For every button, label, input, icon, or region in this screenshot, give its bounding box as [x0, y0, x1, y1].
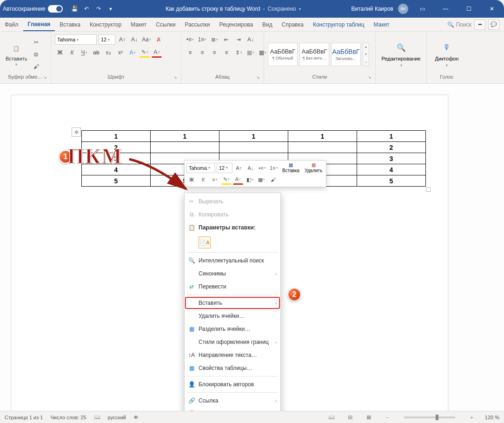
save-icon[interactable]: 💾 [70, 5, 79, 13]
highlight-icon[interactable]: ✎▾ [139, 47, 150, 58]
status-page[interactable]: Страница 1 из 1 [5, 415, 43, 420]
align-center-icon[interactable]: ≡ [197, 47, 207, 58]
tab-view[interactable]: Вид [258, 19, 277, 31]
ctx-cut[interactable]: ✂Вырезать [185, 195, 280, 208]
mini-font-size[interactable]: 12▾ [217, 163, 232, 173]
chevron-down-icon[interactable]: ▾ [446, 63, 448, 67]
clear-formatting-icon[interactable]: A̷ [153, 34, 164, 45]
justify-icon[interactable]: ≡ [221, 47, 232, 58]
increase-indent-icon[interactable]: ⇥ [233, 34, 244, 45]
maximize-icon[interactable]: ☐ [459, 2, 478, 16]
mini-font-family[interactable]: Tahoma▾ [186, 163, 215, 173]
bullets-icon[interactable]: •≡▾ [185, 34, 195, 45]
ctx-block-authors[interactable]: 👤Блокировать авторов [185, 378, 280, 391]
comments-button[interactable]: 💬 [488, 20, 499, 30]
tab-help[interactable]: Справка [277, 19, 308, 31]
autosave-toggle[interactable]: Автосохранение [3, 5, 63, 13]
tab-review[interactable]: Рецензирова [214, 19, 258, 31]
style-heading1[interactable]: АаБбВвГЗаголово… [331, 43, 361, 66]
align-left-icon[interactable]: ≡ [185, 47, 195, 58]
table-resize-handle-icon[interactable] [426, 187, 431, 192]
change-case-icon[interactable]: Aa▾ [141, 34, 152, 45]
tab-references[interactable]: Ссылки [151, 19, 180, 31]
microphone-icon[interactable]: 🎙 [440, 41, 453, 54]
tab-insert[interactable]: Вставка [55, 19, 85, 31]
shading-icon[interactable]: ▦▾ [245, 47, 256, 58]
align-icon[interactable]: ≡▾ [210, 175, 220, 185]
zoom-out-icon[interactable]: − [382, 413, 392, 422]
dialog-launcher-icon[interactable]: ↘ [173, 75, 177, 80]
ctx-copy[interactable]: ⧉Копировать [185, 208, 280, 221]
spellcheck-icon[interactable]: 📖 [94, 414, 100, 420]
editing-label[interactable]: Редактирование [382, 56, 421, 61]
ctx-translate[interactable]: ⇄Перевести [185, 280, 280, 293]
zoom-slider[interactable] [404, 416, 455, 418]
bold-icon[interactable]: Ж [186, 175, 197, 185]
dialog-launcher-icon[interactable]: ↘ [256, 75, 260, 80]
font-family-select[interactable]: Tahoma▾ [55, 34, 97, 45]
ctx-split-cells[interactable]: ▦Разделить ячейки… [185, 322, 280, 336]
tab-design[interactable]: Конструктор [85, 19, 126, 31]
share-button[interactable]: ➦ [474, 20, 485, 30]
status-word-count[interactable]: Число слов: 25 [50, 415, 86, 420]
font-color-icon[interactable]: A▾ [233, 175, 243, 185]
grow-font-icon[interactable]: A↑ [117, 34, 127, 45]
print-layout-icon[interactable]: ▤ [345, 413, 355, 422]
ctx-link[interactable]: 🔗Ссылка› [185, 394, 280, 407]
minimize-icon[interactable]: — [436, 2, 455, 16]
search-icon[interactable]: 🔍 [395, 41, 408, 54]
zoom-level[interactable]: 120 % [485, 415, 499, 420]
dialog-launcher-icon[interactable]: ↘ [368, 75, 371, 80]
italic-icon[interactable]: К [67, 47, 77, 58]
paste-keep-text-icon[interactable]: 📄A [199, 236, 211, 248]
text-effects-icon[interactable]: A▾ [127, 47, 138, 58]
underline-icon[interactable]: Ч▾ [79, 47, 89, 58]
web-layout-icon[interactable]: ▦ [364, 413, 374, 422]
user-avatar[interactable]: ВК [398, 4, 408, 14]
zoom-in-icon[interactable]: + [467, 413, 477, 422]
multilevel-list-icon[interactable]: ≣▾ [209, 34, 219, 45]
tab-table-layout[interactable]: Макет [369, 19, 394, 31]
italic-icon[interactable]: К [198, 175, 208, 185]
shading-icon[interactable]: ◧▾ [245, 175, 255, 185]
grow-font-icon[interactable]: A↑ [234, 163, 244, 173]
subscript-icon[interactable]: x₂ [103, 47, 113, 58]
mini-insert-button[interactable]: ▦ Вставка [280, 162, 301, 173]
table-move-handle-icon[interactable]: ✥ [72, 128, 81, 137]
ctx-synonyms[interactable]: Синонимы› [185, 267, 280, 280]
align-right-icon[interactable]: ≡ [209, 47, 219, 58]
highlight-icon[interactable]: ✎▾ [221, 175, 232, 185]
borders-icon[interactable]: ▦▾ [256, 175, 266, 185]
read-mode-icon[interactable]: 📖 [326, 413, 337, 422]
format-painter-icon[interactable]: 🖌 [268, 175, 278, 185]
styles-gallery-nav[interactable]: ▴▾⌄ [363, 43, 369, 66]
bold-icon[interactable]: Ж [55, 47, 65, 58]
status-language[interactable]: русский [108, 415, 126, 420]
style-normal[interactable]: АаБбВвГ¶ Обычный [268, 43, 298, 66]
decrease-indent-icon[interactable]: ⇤ [221, 34, 232, 45]
close-icon[interactable]: ✕ [483, 2, 501, 16]
paste-button[interactable]: 📋 Вставить ▾ [4, 41, 29, 67]
chevron-down-icon[interactable]: ▾ [400, 63, 402, 67]
switch-on-icon[interactable] [48, 5, 63, 13]
style-no-spacing[interactable]: АаБбВвГ¶ Без инте… [299, 43, 329, 66]
qat-dropdown-icon[interactable]: ▾ [106, 5, 115, 13]
format-painter-icon[interactable]: 🖌 [31, 61, 41, 72]
sort-icon[interactable]: A↓ [245, 34, 256, 45]
accessibility-icon[interactable]: 👁 [133, 415, 139, 420]
ctx-insert[interactable]: Вставить› [185, 296, 280, 309]
numbering-icon[interactable]: 1≡▾ [197, 34, 207, 45]
undo-icon[interactable]: ↶ [82, 5, 91, 13]
copy-icon[interactable]: ⧉ [31, 49, 41, 60]
mini-delete-button[interactable]: ▦ Удалить [303, 162, 324, 173]
shrink-font-icon[interactable]: A↓ [129, 34, 139, 45]
font-color-icon[interactable]: A▾ [152, 47, 162, 58]
shrink-font-icon[interactable]: A↓ [245, 163, 256, 173]
dictate-label[interactable]: Диктофон [435, 56, 459, 61]
ribbon-display-options-icon[interactable]: ▭ [413, 2, 431, 16]
strikethrough-icon[interactable]: ab [91, 47, 101, 58]
redo-icon[interactable]: ↷ [94, 5, 103, 13]
bullets-icon[interactable]: •≡▾ [257, 163, 267, 173]
tab-table-design[interactable]: Конструктор таблиц [308, 19, 369, 31]
tab-home[interactable]: Главная [23, 18, 55, 31]
